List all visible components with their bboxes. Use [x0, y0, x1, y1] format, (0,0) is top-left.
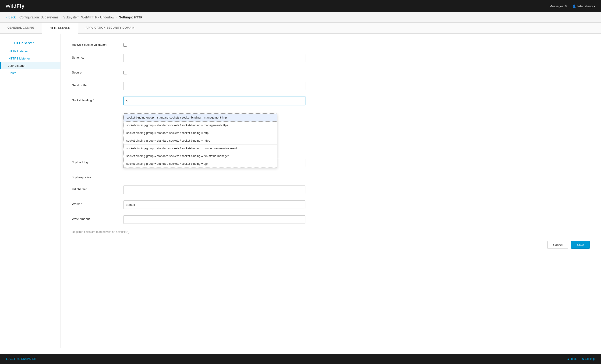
input-url-charset[interactable]: [123, 186, 305, 194]
form-buttons: Cancel Save: [72, 241, 590, 249]
autocomplete-item-3[interactable]: socket-binding-group = standard-sockets …: [123, 137, 277, 145]
field-row-rfc6265: Rfc6265 cookie validation:: [72, 41, 590, 47]
back-arrow-icon: «: [6, 15, 8, 19]
save-button[interactable]: Save: [571, 241, 590, 249]
input-scheme[interactable]: [123, 54, 305, 62]
control-rfc6265: [123, 41, 305, 47]
sidebar-item-https-listener[interactable]: HTTPS Listener: [0, 55, 60, 62]
breadcrumb-sep-2: ›: [60, 15, 61, 19]
sidebar-item-hosts-label: Hosts: [8, 71, 16, 75]
wrench-icon: ⚙: [582, 357, 584, 361]
form-area: Rfc6265 cookie validation: Scheme: Secur…: [61, 34, 601, 348]
breadcrumb: « Back Configuration: Subsystems › Subsy…: [0, 12, 601, 23]
autocomplete-dropdown: socket-binding-group = standard-sockets …: [123, 113, 277, 168]
input-worker[interactable]: [123, 200, 305, 209]
control-socket-binding: socket-binding-group = standard-sockets …: [123, 97, 305, 105]
chevron-up-icon: ▲: [567, 357, 570, 361]
control-url-charset: [123, 186, 305, 194]
autocomplete-item-0[interactable]: socket-binding-group = standard-sockets …: [123, 114, 277, 122]
input-send-buffer[interactable]: [123, 82, 305, 90]
autocomplete-item-6[interactable]: socket-binding-group = standard-sockets …: [123, 160, 277, 167]
user-icon: 👤: [572, 4, 576, 8]
messages-indicator[interactable]: Messages: 0: [549, 4, 567, 8]
required-note: Required fields are marked with an aster…: [72, 230, 590, 234]
label-scheme: Scheme:: [72, 54, 123, 59]
sidebar-item-hosts[interactable]: Hosts: [0, 69, 60, 77]
label-send-buffer: Send buffer:: [72, 82, 123, 87]
settings-link[interactable]: ⚙ Settings: [582, 357, 595, 361]
sidebar-item-ajp-listener[interactable]: AJP Listener: [0, 62, 60, 69]
footer-links: ▲ Tools ⚙ Settings: [567, 357, 595, 361]
control-worker: [123, 200, 305, 209]
username-label: bstansberry: [577, 4, 593, 8]
user-menu[interactable]: 👤 bstansberry ▾: [572, 4, 595, 8]
settings-label: Settings: [585, 357, 595, 361]
tab-general-config[interactable]: GENERAL CONFIG: [0, 23, 42, 34]
input-rfc6265[interactable]: [123, 43, 127, 47]
label-worker: Worker:: [72, 200, 123, 206]
control-send-buffer: [123, 82, 305, 90]
sidebar-item-http-listener[interactable]: HTTP Listener: [0, 48, 60, 55]
label-tcp-keep-alive: Tcp keep alive:: [72, 174, 123, 179]
main-content: HTTP Server HTTP Listener HTTPS Listener…: [0, 34, 601, 348]
tools-label: Tools: [571, 357, 577, 361]
tab-application-security[interactable]: APPLICATION SECURITY DOMAIN: [78, 23, 142, 34]
field-row-url-charset: Url charset:: [72, 186, 590, 194]
cancel-button[interactable]: Cancel: [547, 241, 568, 249]
sidebar-item-https-listener-label: HTTPS Listener: [8, 57, 30, 60]
control-write-timeout: [123, 215, 305, 224]
brand-fly: Fly: [17, 3, 25, 9]
tools-link[interactable]: ▲ Tools: [567, 357, 577, 361]
top-navigation: WildFly Messages: 0 👤 bstansberry ▾: [0, 0, 601, 12]
field-row-secure: Secure:: [72, 69, 590, 75]
autocomplete-item-2[interactable]: socket-binding-group = standard-sockets …: [123, 129, 277, 137]
user-dropdown-chevron: ▾: [594, 4, 595, 8]
label-tcp-backlog: Tcp backlog:: [72, 159, 123, 164]
footer: 11.0.0.Final-SNAPSHOT ▲ Tools ⚙ Settings: [0, 354, 601, 364]
label-write-timeout: Write timeout:: [72, 215, 123, 221]
field-row-socket-binding: Socket binding *: socket-binding-group =…: [72, 97, 590, 105]
breadcrumb-item-2[interactable]: Subsystem: Web/HTTP - Undertow: [63, 15, 114, 19]
control-secure: [123, 69, 305, 75]
input-write-timeout[interactable]: [123, 215, 305, 224]
breadcrumb-sep-3: ›: [116, 15, 117, 19]
breadcrumb-current: Settings: HTTP: [119, 15, 142, 19]
field-row-worker: Worker:: [72, 200, 590, 209]
autocomplete-item-5[interactable]: socket-binding-group = standard-sockets …: [123, 152, 277, 160]
field-row-scheme: Scheme:: [72, 54, 590, 62]
autocomplete-item-4[interactable]: socket-binding-group = standard-sockets …: [123, 145, 277, 152]
back-label: Back: [8, 15, 16, 19]
input-secure[interactable]: [123, 71, 127, 74]
sidebar-item-ajp-listener-label: AJP Listener: [8, 64, 25, 68]
field-row-write-timeout: Write timeout:: [72, 215, 590, 224]
sidebar-section-header: HTTP Server: [0, 39, 60, 47]
version-label: 11.0.0.Final-SNAPSHOT: [6, 357, 37, 361]
label-rfc6265: Rfc6265 cookie validation:: [72, 41, 123, 46]
autocomplete-item-1[interactable]: socket-binding-group = standard-sockets …: [123, 122, 277, 129]
label-socket-binding: Socket binding *:: [72, 97, 123, 102]
label-url-charset: Url charset:: [72, 186, 123, 191]
brand-wild: Wild: [6, 3, 17, 9]
tabs-bar: GENERAL CONFIG HTTP SERVER APPLICATION S…: [0, 23, 601, 34]
sidebar-section-label: HTTP Server: [14, 41, 34, 45]
top-nav-right: Messages: 0 👤 bstansberry ▾: [549, 4, 595, 8]
field-row-tcp-keep-alive: Tcp keep alive:: [72, 174, 590, 179]
tab-http-server[interactable]: HTTP SERVER: [42, 23, 78, 34]
breadcrumb-item-1[interactable]: Configuration: Subsystems: [19, 15, 58, 19]
back-link[interactable]: « Back: [6, 15, 16, 19]
sidebar-item-http-listener-label: HTTP Listener: [8, 49, 28, 53]
field-row-send-buffer: Send buffer:: [72, 82, 590, 90]
brand-logo: WildFly: [6, 3, 25, 9]
sidebar-list-icon: [5, 42, 12, 44]
label-secure: Secure:: [72, 69, 123, 74]
control-scheme: [123, 54, 305, 62]
sidebar: HTTP Server HTTP Listener HTTPS Listener…: [0, 34, 61, 348]
input-socket-binding[interactable]: [123, 97, 305, 105]
